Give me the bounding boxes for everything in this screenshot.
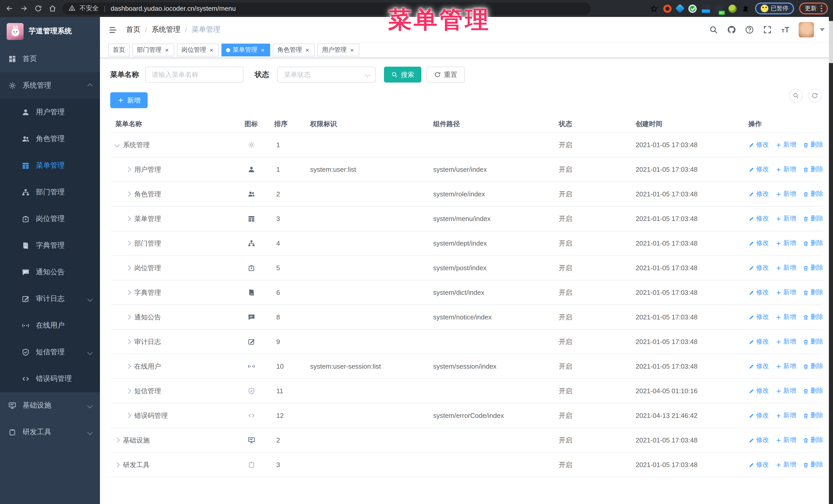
breadcrumb-item[interactable]: 首页 (126, 25, 140, 34)
action-删除[interactable]: 删除 (803, 411, 823, 420)
action-修改[interactable]: 修改 (748, 337, 769, 346)
sidebar-item-menu[interactable]: 菜单管理 (0, 152, 100, 179)
action-删除[interactable]: 删除 (803, 337, 823, 346)
action-新增[interactable]: 新增 (776, 239, 796, 248)
add-button[interactable]: 新增 (110, 92, 148, 108)
action-修改[interactable]: 修改 (748, 214, 769, 223)
sidebar-item-dept[interactable]: 部门管理 (0, 179, 100, 206)
sidebar-item-system[interactable]: 系统管理 (0, 72, 100, 99)
browser-update-button[interactable]: 更新 (799, 3, 828, 14)
close-tab-icon[interactable]: × (260, 46, 265, 54)
tab-角色管理[interactable]: 角色管理× (273, 44, 315, 56)
ubuntu-extension-icon[interactable] (663, 4, 671, 13)
github-icon[interactable] (727, 25, 736, 34)
caret-down-icon[interactable] (820, 28, 825, 31)
action-新增[interactable]: 新增 (776, 288, 796, 297)
action-删除[interactable]: 删除 (803, 165, 823, 174)
action-新增[interactable]: 新增 (776, 264, 796, 272)
tab-部门管理[interactable]: 部门管理× (132, 44, 174, 56)
collapse-row-icon[interactable] (126, 388, 131, 393)
scrollbar-thumb[interactable] (829, 21, 833, 63)
sidebar-item-role[interactable]: 角色管理 (0, 126, 100, 152)
tab-用户管理[interactable]: 用户管理× (317, 44, 359, 56)
fullscreen-icon[interactable] (763, 25, 772, 34)
collapse-row-icon[interactable] (126, 192, 131, 197)
reset-button[interactable]: 重置 (427, 67, 465, 82)
action-修改[interactable]: 修改 (748, 288, 769, 297)
action-新增[interactable]: 新增 (776, 460, 796, 469)
back-icon[interactable] (5, 4, 13, 13)
action-新增[interactable]: 新增 (776, 436, 796, 445)
breadcrumb-item[interactable]: 系统管理 (152, 25, 181, 34)
action-修改[interactable]: 修改 (748, 436, 769, 445)
collapse-row-icon[interactable] (126, 167, 131, 172)
hamburger-icon[interactable] (108, 25, 118, 34)
close-tab-icon[interactable]: × (164, 46, 170, 54)
close-tab-icon[interactable]: × (349, 46, 355, 54)
close-tab-icon[interactable]: × (305, 46, 310, 54)
on-badge-extension-icon[interactable] (715, 4, 723, 13)
browser-menu-icon[interactable] (821, 5, 822, 12)
action-修改[interactable]: 修改 (748, 190, 769, 198)
action-删除[interactable]: 删除 (803, 362, 823, 371)
action-删除[interactable]: 删除 (803, 288, 823, 297)
status-select[interactable]: 菜单状态 (277, 67, 376, 82)
action-新增[interactable]: 新增 (776, 190, 796, 198)
puzzle-extensions-icon[interactable] (741, 4, 750, 13)
action-删除[interactable]: 删除 (803, 141, 823, 149)
collapse-row-icon[interactable] (126, 364, 131, 369)
grid-extension-icon[interactable] (701, 4, 710, 13)
collapse-row-icon[interactable] (126, 290, 131, 295)
collapse-row-icon[interactable] (126, 315, 131, 320)
action-删除[interactable]: 删除 (803, 214, 823, 223)
sidebar-item-audit[interactable]: 审计日志 (0, 286, 100, 312)
collapse-row-icon[interactable] (115, 462, 120, 467)
collapse-row-icon[interactable] (126, 265, 131, 270)
sidebar-item-sms[interactable]: 短信管理 (0, 339, 100, 365)
menu-name-input[interactable]: 请输入菜单名称 (145, 67, 243, 82)
search-button[interactable]: 搜索 (384, 67, 421, 82)
action-删除[interactable]: 删除 (803, 190, 823, 198)
font-size-icon[interactable] (781, 25, 790, 34)
tab-首页[interactable]: 首页 (108, 44, 130, 56)
action-修改[interactable]: 修改 (748, 387, 769, 395)
home-icon[interactable] (48, 4, 56, 13)
sidebar-item-online[interactable]: 在线用户 (0, 312, 100, 339)
collapse-row-icon[interactable] (126, 339, 131, 344)
search-icon[interactable] (709, 25, 718, 34)
action-新增[interactable]: 新增 (776, 411, 796, 420)
bookmark-star-icon[interactable] (650, 4, 658, 13)
collapse-row-icon[interactable] (126, 216, 131, 221)
action-删除[interactable]: 删除 (803, 460, 823, 469)
collapse-row-icon[interactable] (115, 438, 120, 443)
sidebar-item-devtool[interactable]: 研发工具 (0, 419, 100, 446)
action-修改[interactable]: 修改 (748, 239, 769, 248)
toggle-search-icon[interactable] (789, 89, 803, 102)
action-修改[interactable]: 修改 (748, 165, 769, 174)
action-新增[interactable]: 新增 (776, 141, 796, 149)
action-修改[interactable]: 修改 (748, 313, 769, 321)
sidebar-item-dict[interactable]: 字典管理 (0, 232, 100, 259)
profile-paused-badge[interactable]: 已暂停 (755, 3, 794, 14)
action-新增[interactable]: 新增 (776, 387, 796, 395)
action-删除[interactable]: 删除 (803, 436, 823, 445)
sidebar-item-errcode[interactable]: 错误码管理 (0, 365, 100, 392)
sidebar-item-post[interactable]: 岗位管理 (0, 206, 100, 232)
scrollbar[interactable] (829, 17, 833, 504)
key-extension-icon[interactable] (728, 4, 736, 13)
action-修改[interactable]: 修改 (748, 411, 769, 420)
action-修改[interactable]: 修改 (748, 460, 769, 469)
refresh-table-icon[interactable] (808, 89, 822, 102)
app-logo[interactable]: 芋道管理系统 (0, 17, 100, 46)
action-删除[interactable]: 删除 (803, 264, 823, 272)
action-修改[interactable]: 修改 (748, 141, 769, 149)
tab-菜单管理[interactable]: 菜单管理× (221, 44, 270, 56)
action-新增[interactable]: 新增 (776, 362, 796, 371)
gem-extension-icon[interactable] (675, 4, 685, 13)
question-icon[interactable] (745, 25, 754, 34)
verified-extension-icon[interactable] (688, 4, 696, 13)
sidebar-item-infra[interactable]: 基础设施 (0, 392, 100, 419)
collapse-row-icon[interactable] (126, 413, 131, 418)
action-新增[interactable]: 新增 (776, 165, 796, 174)
action-删除[interactable]: 删除 (803, 239, 823, 248)
